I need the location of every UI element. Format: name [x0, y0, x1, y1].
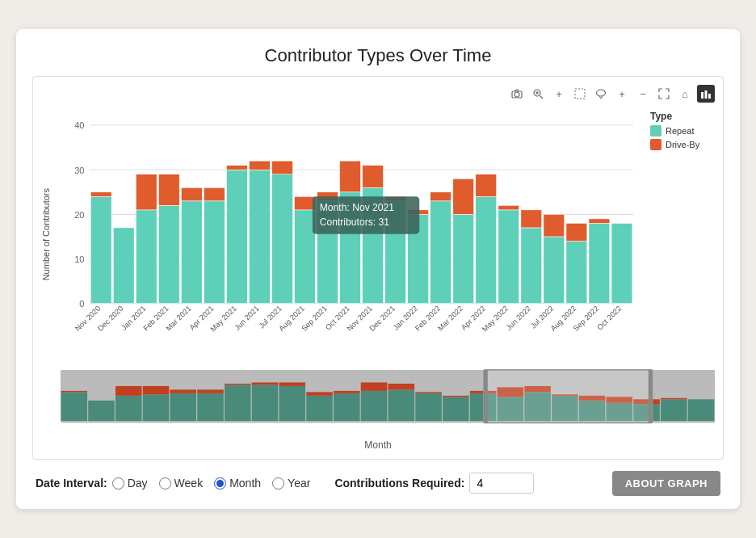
svg-rect-53 [453, 179, 474, 215]
svg-rect-100 [143, 395, 170, 422]
svg-rect-45 [363, 166, 384, 188]
expand-icon[interactable] [655, 85, 673, 103]
svg-rect-33 [226, 166, 247, 170]
svg-rect-119 [388, 384, 415, 389]
speech-icon[interactable] [592, 85, 610, 103]
svg-rect-142 [484, 370, 488, 423]
radio-month-input[interactable] [214, 477, 226, 490]
select-icon[interactable] [571, 85, 589, 103]
svg-rect-96 [61, 391, 87, 392]
svg-rect-116 [361, 391, 388, 421]
main-chart: Number of Contributors 40 30 20 1 [41, 107, 715, 360]
svg-rect-108 [252, 385, 279, 422]
svg-rect-6 [575, 89, 585, 99]
plus2-icon[interactable]: + [613, 85, 631, 103]
svg-rect-62 [566, 242, 587, 304]
svg-rect-22 [90, 192, 111, 197]
legend-title: Type [650, 111, 715, 122]
svg-rect-65 [589, 219, 610, 224]
page-title: Contributor Types Over Time [32, 45, 724, 66]
legend: Type Repeat Drive-By [642, 107, 715, 153]
radio-day-label: Day [128, 477, 148, 490]
minus-icon[interactable]: − [634, 85, 652, 103]
svg-rect-23 [113, 228, 134, 304]
svg-rect-113 [306, 393, 333, 396]
main-card: Contributor Types Over Time + + − ⌂ [16, 29, 740, 508]
contributions-label: Contributions Required: [334, 477, 464, 490]
repeat-swatch [650, 125, 662, 137]
svg-rect-35 [249, 162, 270, 170]
radio-week[interactable]: Week [159, 477, 204, 490]
radio-year-label: Year [288, 477, 310, 490]
svg-text:Mar 2021: Mar 2021 [165, 305, 193, 333]
svg-rect-139 [661, 398, 687, 399]
legend-driveby: Drive-By [650, 139, 715, 150]
svg-rect-138 [661, 400, 687, 422]
svg-rect-111 [279, 383, 305, 386]
svg-text:Contributors: 31: Contributors: 31 [320, 216, 390, 228]
overview-label: Month [41, 439, 715, 451]
bar-chart-svg: 40 30 20 10 0 Nov 2020Dec 2020Jan 2021Fe… [54, 107, 642, 357]
camera-icon[interactable] [508, 85, 526, 103]
svg-rect-61 [544, 215, 565, 237]
radio-month[interactable]: Month [214, 477, 261, 490]
svg-rect-56 [498, 210, 519, 304]
svg-rect-9 [705, 90, 708, 99]
svg-point-0 [514, 92, 519, 97]
svg-rect-122 [443, 397, 469, 422]
svg-rect-59 [521, 210, 542, 228]
svg-rect-52 [453, 215, 474, 304]
svg-text:10: 10 [74, 254, 84, 264]
svg-rect-140 [688, 400, 715, 422]
radio-day[interactable]: Day [112, 477, 148, 490]
y-axis-label: Number of Contributors [41, 188, 51, 280]
svg-text:0: 0 [79, 299, 84, 309]
svg-rect-25 [136, 174, 157, 210]
home-icon[interactable]: ⌂ [676, 85, 694, 103]
svg-rect-24 [136, 210, 157, 304]
svg-line-3 [540, 96, 544, 99]
svg-rect-120 [415, 393, 442, 421]
bar-chart-icon[interactable] [697, 85, 715, 103]
svg-rect-21 [90, 197, 111, 304]
svg-rect-30 [204, 201, 225, 304]
svg-rect-118 [388, 390, 415, 422]
svg-rect-112 [306, 396, 333, 421]
driveby-swatch [650, 139, 662, 150]
svg-rect-110 [279, 386, 305, 421]
svg-rect-104 [197, 393, 224, 421]
radio-month-label: Month [229, 477, 261, 490]
contributions-input[interactable] [469, 473, 534, 494]
svg-rect-98 [116, 396, 142, 421]
svg-rect-123 [443, 396, 469, 397]
plus-icon[interactable]: + [550, 85, 568, 103]
svg-rect-37 [272, 162, 293, 175]
svg-rect-107 [225, 384, 251, 385]
radio-day-input[interactable] [112, 477, 124, 490]
svg-rect-99 [116, 386, 142, 396]
radio-year[interactable]: Year [272, 477, 310, 490]
svg-rect-39 [295, 197, 316, 211]
svg-rect-60 [544, 237, 565, 304]
date-interval-label: Date Interval: [36, 477, 107, 490]
svg-rect-26 [158, 206, 179, 304]
svg-rect-55 [476, 174, 497, 197]
svg-rect-58 [521, 228, 542, 304]
radio-year-input[interactable] [272, 477, 284, 490]
radio-week-input[interactable] [159, 477, 171, 490]
svg-rect-54 [476, 197, 497, 304]
chart-and-legend: 40 30 20 10 0 Nov 2020Dec 2020Jan 2021Fe… [54, 107, 715, 360]
contributions-group: Contributions Required: [334, 473, 534, 494]
svg-text:Jun 2022: Jun 2022 [505, 305, 532, 332]
svg-rect-57 [498, 206, 519, 211]
zoom-icon[interactable] [529, 85, 547, 103]
svg-text:20: 20 [74, 210, 84, 220]
svg-rect-29 [181, 188, 202, 202]
about-graph-button[interactable]: ABOUT GRAPH [612, 471, 720, 496]
svg-text:40: 40 [74, 121, 84, 131]
svg-rect-36 [272, 174, 293, 304]
svg-rect-10 [708, 94, 711, 99]
svg-rect-32 [226, 170, 247, 304]
repeat-label: Repeat [666, 126, 694, 136]
svg-rect-50 [430, 201, 452, 304]
